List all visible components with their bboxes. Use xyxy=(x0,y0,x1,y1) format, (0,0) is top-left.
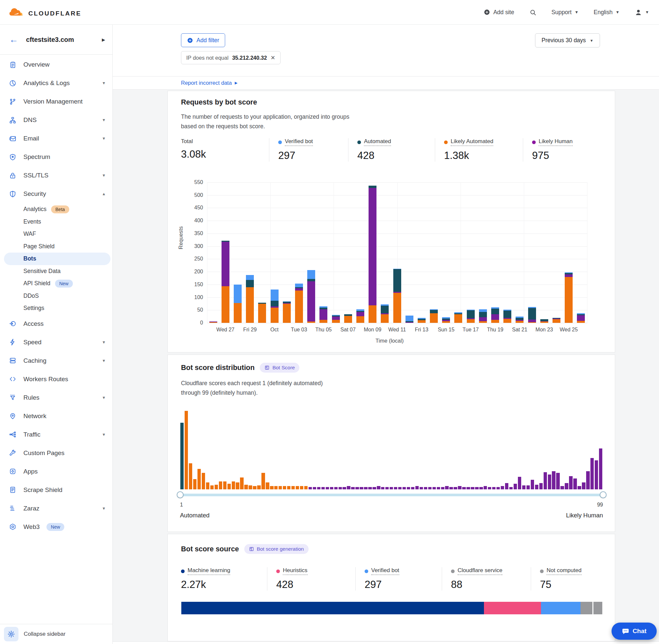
stat-label: Total xyxy=(181,138,193,145)
add-filter-button[interactable]: Add filter xyxy=(181,33,225,47)
bar-segment-automated xyxy=(565,273,573,274)
stat-label[interactable]: Machine learning xyxy=(188,567,230,575)
sidebar-item-caching[interactable]: Caching▼ xyxy=(0,351,112,370)
stat-label[interactable]: Verified bot xyxy=(371,567,399,575)
sidebar-item-settings[interactable]: Settings xyxy=(0,302,112,315)
chevron-right-icon[interactable]: ▶ xyxy=(102,37,105,42)
sidebar-item-workers-routes[interactable]: Workers Routes xyxy=(0,370,112,388)
close-icon[interactable]: ✕ xyxy=(270,54,275,61)
filter-chip[interactable]: IP does not equal 35.212.240.32 ✕ xyxy=(181,51,281,64)
chat-button[interactable]: Chat xyxy=(612,623,657,640)
sidebar-item-page-shield[interactable]: Page Shield xyxy=(0,240,112,253)
sidebar-item-traffic[interactable]: Traffic▼ xyxy=(0,426,112,444)
next-card-edge xyxy=(113,641,659,644)
sidebar-item-email[interactable]: Email▼ xyxy=(0,129,112,148)
sidebar-item-speed[interactable]: Speed▼ xyxy=(0,333,112,351)
sidebar-item-rules[interactable]: Rules▼ xyxy=(0,388,112,407)
version-icon xyxy=(9,98,17,106)
sidebar-item-overview[interactable]: Overview xyxy=(0,55,112,74)
sidebar-item-dns[interactable]: DNS▼ xyxy=(0,111,112,129)
gridline xyxy=(587,182,587,323)
sidebar-item-label: Web3 xyxy=(23,523,40,531)
card-title-text: Bot score source xyxy=(181,545,239,553)
sidebar-item-custom-pages[interactable]: Custom Pages xyxy=(0,444,112,462)
sidebar-item-apps[interactable]: Apps xyxy=(0,462,112,481)
cloudflare-cloud-icon xyxy=(8,6,26,18)
sidebar-item-web3[interactable]: Web3New xyxy=(0,518,112,536)
filter-chip-value: 35.212.240.32 xyxy=(232,55,267,61)
bar-segment-automated xyxy=(369,186,376,188)
sidebar-item-ddos[interactable]: DDoS xyxy=(0,290,112,302)
bar-segment-likely-human xyxy=(442,320,450,321)
histogram-bar xyxy=(496,487,500,489)
account-menu[interactable]: ▼ xyxy=(635,8,649,16)
sidebar-item-security[interactable]: Security▲ xyxy=(0,185,112,203)
bar-segment-likely-automated xyxy=(577,321,585,323)
histogram-bar xyxy=(317,487,321,489)
sidebar-item-analytics[interactable]: AnalyticsBeta xyxy=(0,203,112,216)
search-icon[interactable] xyxy=(529,9,536,16)
sidebar-item-label: Sensitive Data xyxy=(23,268,61,275)
chevron-down-icon: ▼ xyxy=(574,10,579,15)
histogram-bar xyxy=(475,487,478,489)
histogram-bar xyxy=(266,482,269,489)
stat-label[interactable]: Likely Automated xyxy=(451,138,493,146)
sidebar-item-network[interactable]: Network xyxy=(0,407,112,426)
stat-label[interactable]: Likely Human xyxy=(539,138,573,146)
traffic-icon xyxy=(9,431,17,438)
badge-beta: Beta xyxy=(51,205,69,213)
histogram-bar xyxy=(253,486,256,489)
bar-segment-likely-human xyxy=(295,288,303,290)
sidebar-item-waf[interactable]: WAF xyxy=(0,228,112,240)
stat-label[interactable]: Heuristics xyxy=(283,567,308,575)
bot-score-generation-badge[interactable]: Bot score generation xyxy=(244,544,309,554)
bot-score-badge[interactable]: Bot Score xyxy=(260,363,299,373)
bar-segment-likely-human xyxy=(283,303,291,304)
bar-segment-verified-bot xyxy=(234,284,242,303)
histogram-bar xyxy=(180,423,184,489)
bar-segment-automated xyxy=(270,301,279,307)
stat-value: 297 xyxy=(278,150,342,162)
time-range-dropdown[interactable]: Previous 30 days ▼ xyxy=(535,33,600,47)
score-slider-handle-min[interactable] xyxy=(177,491,184,498)
sidebar-item-scrape-shield[interactable]: Scrape Shield xyxy=(0,481,112,499)
histogram-bar xyxy=(411,487,415,489)
rules-icon xyxy=(9,394,17,401)
sidebar-item-bots[interactable]: Bots xyxy=(4,253,111,265)
histogram-bar xyxy=(274,486,278,489)
caching-icon xyxy=(9,357,17,364)
collapse-sidebar-label[interactable]: Collapse sidebar xyxy=(24,631,66,638)
sidebar-item-zaraz[interactable]: Zaraz▼ xyxy=(0,499,112,518)
source-stacked-bar xyxy=(181,602,602,614)
back-arrow-icon[interactable]: ← xyxy=(9,35,18,44)
histogram-bar xyxy=(381,487,384,489)
language-menu[interactable]: English ▼ xyxy=(594,9,619,16)
stat-label[interactable]: Cloudflare service xyxy=(457,567,502,575)
sidebar-item-version-management[interactable]: Version Management xyxy=(0,92,112,111)
sidebar-item-access[interactable]: Access xyxy=(0,315,112,333)
sidebar-item-spectrum[interactable]: Spectrum xyxy=(0,148,112,166)
cloudflare-logo[interactable]: CLOUDFLARE xyxy=(8,6,81,18)
stat-likely-automated: Likely Automated1.38k xyxy=(435,138,523,162)
add-site-button[interactable]: Add site xyxy=(484,9,514,16)
bar-segment-automated xyxy=(258,303,266,304)
bar-segment-verified-bot xyxy=(528,307,536,308)
chevron-down-icon: ▼ xyxy=(102,118,106,122)
stat-label[interactable]: Not computed xyxy=(547,567,582,575)
stat-label[interactable]: Verified bot xyxy=(285,138,313,146)
support-menu[interactable]: Support ▼ xyxy=(551,9,579,16)
bar-segment-automated xyxy=(418,319,426,320)
chevron-right-icon: ▶ xyxy=(235,81,237,85)
score-slider-handle-max[interactable] xyxy=(600,491,607,498)
histogram-bar xyxy=(300,486,303,489)
report-incorrect-data-link[interactable]: Report incorrect data ▶ xyxy=(181,80,238,86)
sidebar-item-ssl-tls[interactable]: SSL/TLS▼ xyxy=(0,166,112,185)
histogram-bar xyxy=(287,486,290,489)
sidebar-item-sensitive-data[interactable]: Sensitive Data xyxy=(0,265,112,278)
stat-label[interactable]: Automated xyxy=(364,138,391,146)
sidebar-item-api-shield[interactable]: API ShieldNew xyxy=(0,277,112,290)
sidebar-item-analytics-logs[interactable]: Analytics & Logs▼ xyxy=(0,74,112,92)
histogram-bar xyxy=(202,473,205,489)
settings-gear-button[interactable] xyxy=(4,627,19,641)
sidebar-item-events[interactable]: Events xyxy=(0,216,112,228)
